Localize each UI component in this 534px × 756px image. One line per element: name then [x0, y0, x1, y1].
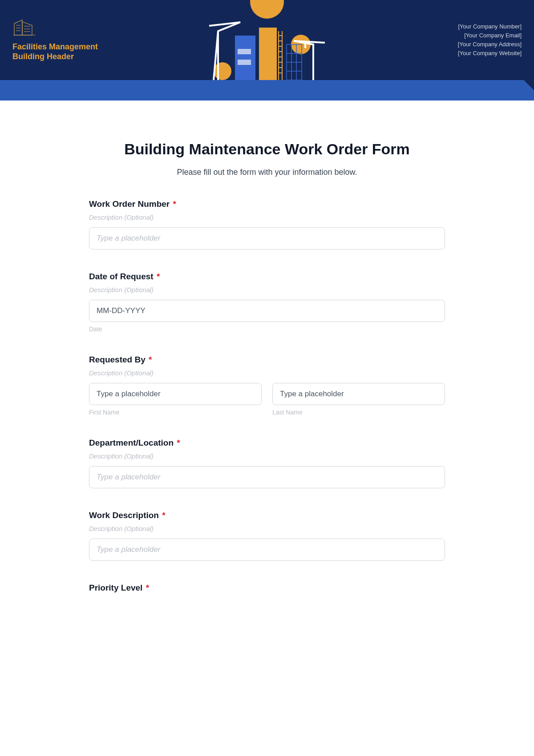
input-last-name[interactable] [272, 383, 445, 405]
desc-requested-by: Description (Optional) [89, 369, 445, 377]
input-work-description[interactable] [89, 539, 445, 561]
field-work-order-number: Work Order Number * Description (Optiona… [89, 199, 445, 249]
field-work-description: Work Description * Description (Optional… [89, 511, 445, 561]
logo-text-line2: Building Header [12, 52, 98, 62]
input-date-of-request[interactable] [89, 300, 445, 322]
svg-rect-5 [238, 60, 251, 65]
desc-work-description: Description (Optional) [89, 525, 445, 532]
company-website: [Your Company Website] [458, 49, 522, 58]
required-mark: * [173, 199, 176, 209]
company-info: [Your Company Number] [Your Company Emai… [458, 22, 522, 58]
label-requested-by: Requested By * [89, 355, 445, 365]
building-logo-icon [12, 18, 39, 39]
label-text: Priority Level [89, 583, 142, 592]
label-text: Date of Request [89, 272, 154, 281]
field-department-location: Department/Location * Description (Optio… [89, 438, 445, 488]
label-department-location: Department/Location * [89, 438, 445, 448]
input-first-name[interactable] [89, 383, 262, 405]
label-work-description: Work Description * [89, 511, 445, 520]
label-text: Work Order Number [89, 199, 170, 209]
sublabel-last-name: Last Name [272, 409, 445, 416]
logo-block: Facilities Management Building Header [12, 18, 98, 61]
sub-header-bar [0, 80, 534, 101]
required-mark: * [162, 511, 165, 520]
field-priority-level: Priority Level * [89, 583, 445, 593]
svg-rect-3 [235, 36, 255, 80]
header: Facilities Management Building Header [0, 0, 534, 80]
field-requested-by: Requested By * Description (Optional) Fi… [89, 355, 445, 416]
label-text: Department/Location [89, 438, 174, 447]
desc-date-of-request: Description (Optional) [89, 286, 445, 294]
svg-point-2 [214, 62, 231, 80]
form-subtitle: Please fill out the form with your infor… [89, 168, 445, 177]
company-number: [Your Company Number] [458, 22, 522, 31]
required-mark: * [146, 583, 149, 592]
desc-department-location: Description (Optional) [89, 452, 445, 460]
label-priority-level: Priority Level * [89, 583, 445, 593]
label-work-order-number: Work Order Number * [89, 199, 445, 209]
logo-text-line1: Facilities Management [12, 42, 98, 52]
label-text: Work Description [89, 511, 159, 520]
company-email: [Your Company Email] [458, 31, 522, 40]
required-mark: * [177, 438, 180, 447]
required-mark: * [149, 355, 152, 364]
required-mark: * [157, 272, 160, 281]
sublabel-first-name: First Name [89, 409, 262, 416]
svg-rect-6 [259, 28, 277, 80]
svg-point-0 [250, 0, 284, 19]
form-content: Building Maintenance Work Order Form Ple… [44, 101, 490, 593]
input-work-order-number[interactable] [89, 227, 445, 249]
field-date-of-request: Date of Request * Description (Optional)… [89, 272, 445, 333]
company-address: [Your Company Address] [458, 40, 522, 49]
input-department-location[interactable] [89, 466, 445, 488]
label-text: Requested By [89, 355, 146, 364]
svg-rect-4 [238, 49, 251, 54]
form-title: Building Maintenance Work Order Form [89, 141, 445, 158]
sublabel-date: Date [89, 326, 445, 333]
desc-work-order-number: Description (Optional) [89, 213, 445, 221]
label-date-of-request: Date of Request * [89, 272, 445, 281]
header-illustration-icon [200, 0, 334, 80]
